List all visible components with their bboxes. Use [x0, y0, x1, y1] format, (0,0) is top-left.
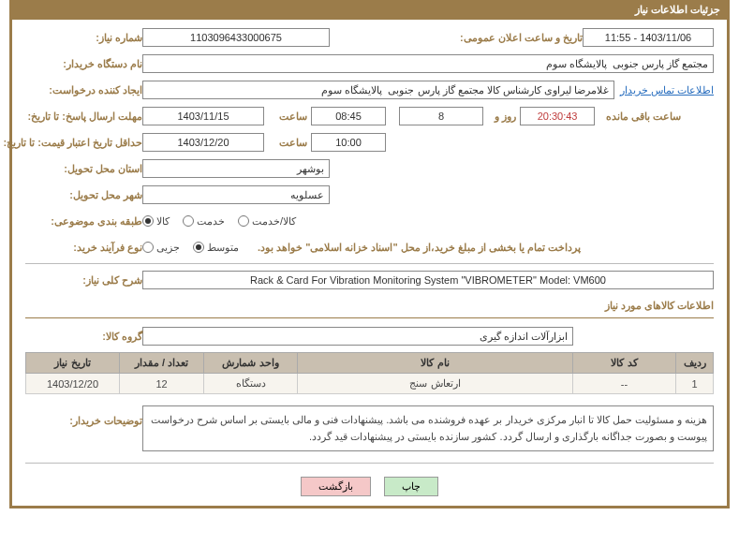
- label-announce-dt: تاریخ و ساعت اعلان عمومی:: [452, 32, 583, 44]
- radio-icon: [142, 215, 154, 227]
- label-delivery-city: شهر محل تحویل:: [25, 189, 142, 201]
- delivery-city-field[interactable]: [142, 185, 330, 204]
- row-requester: ایجاد کننده درخواست: اطلاعات تماس خریدار: [25, 80, 714, 100]
- need-number-field[interactable]: [142, 28, 330, 47]
- announce-datetime-field[interactable]: [583, 28, 714, 47]
- cell-row: 1: [676, 374, 714, 394]
- row-buy-process: نوع فرآیند خرید: جزیی متوسط پرداخت تمام …: [25, 237, 714, 258]
- items-section-title: اطلاعات کالاهای مورد نیاز: [25, 296, 714, 316]
- main-container: شماره نیاز: تاریخ و ساعت اعلان عمومی: نا…: [9, 20, 730, 508]
- cell-unit: دستگاه: [204, 374, 298, 394]
- radio-kala[interactable]: کالا: [142, 215, 170, 228]
- row-delivery-city: شهر محل تحویل:: [25, 184, 714, 205]
- table-header-row: ردیف کد کالا نام کالا واحد شمارش تعداد /…: [26, 353, 714, 374]
- label-time-2: ساعت: [272, 137, 307, 149]
- payment-note: پرداخت تمام یا بخشی از مبلغ خرید،از محل …: [258, 242, 581, 254]
- print-button[interactable]: چاپ: [384, 477, 438, 496]
- label-need-title: شرح کلی نیاز:: [25, 274, 142, 287]
- cell-code: --: [573, 374, 676, 394]
- back-button[interactable]: بازگشت: [301, 477, 371, 496]
- th-unit: واحد شمارش: [204, 353, 298, 374]
- label-days-and: روز و: [487, 111, 516, 123]
- radio-khedmat[interactable]: خدمت: [183, 215, 225, 228]
- subject-radio-group: کالا خدمت کالا/خدمت: [142, 215, 296, 228]
- th-name: نام کالا: [298, 353, 573, 374]
- remaining-time-field[interactable]: [520, 107, 595, 125]
- buyer-notes-box: هزینه و مسئولیت حمل کالا تا انبار مرکزی …: [142, 405, 714, 451]
- delivery-prov-field[interactable]: [142, 159, 330, 178]
- row-need-no: شماره نیاز: تاریخ و ساعت اعلان عمومی:: [25, 27, 714, 48]
- row-delivery-prov: استان محل تحویل:: [25, 158, 714, 179]
- deadline-time-field[interactable]: [311, 107, 386, 125]
- row-item-group: گروه کالا:: [25, 326, 714, 346]
- radio-icon: [142, 242, 154, 253]
- label-time-1: ساعت: [272, 111, 307, 123]
- deadline-date-field[interactable]: [142, 107, 264, 125]
- remaining-days-field[interactable]: [399, 107, 483, 125]
- label-item-group: گروه کالا:: [25, 331, 142, 343]
- buyer-contact-link[interactable]: اطلاعات تماس خریدار: [620, 84, 714, 96]
- validity-time-field[interactable]: [311, 133, 386, 152]
- separator-bottom: [25, 463, 714, 464]
- cell-qty: 12: [120, 374, 204, 394]
- row-buyer-notes: توضیحات خریدار: هزینه و مسئولیت حمل کالا…: [25, 400, 714, 457]
- th-need-date: تاریخ نیاز: [26, 353, 120, 374]
- th-row: ردیف: [676, 353, 714, 374]
- separator: [25, 263, 714, 264]
- label-buy-process: نوع فرآیند خرید:: [25, 242, 142, 254]
- need-title-field[interactable]: [142, 271, 714, 289]
- radio-icon: [193, 242, 204, 253]
- cell-need-date: 1403/12/20: [26, 374, 120, 394]
- label-requester: ایجاد کننده درخواست:: [25, 84, 142, 96]
- table-row: 1 -- ارتعاش سنج دستگاه 12 1403/12/20: [26, 374, 714, 394]
- section-underline: [25, 317, 714, 318]
- header-bar: جزئیات اطلاعات نیاز: [9, 0, 730, 20]
- row-need-title: شرح کلی نیاز:: [25, 270, 714, 290]
- label-remaining: ساعت باقی مانده: [599, 111, 681, 123]
- th-qty: تعداد / مقدار: [120, 353, 204, 374]
- radio-jozei[interactable]: جزیی: [142, 242, 180, 254]
- label-subject-class: طبقه بندی موضوعی:: [25, 215, 142, 228]
- label-need-no: شماره نیاز:: [25, 32, 142, 44]
- radio-motavaset[interactable]: متوسط: [193, 242, 239, 254]
- row-deadline: مهلت ارسال پاسخ: تا تاریخ: ساعت روز و سا…: [25, 106, 714, 126]
- label-delivery-prov: استان محل تحویل:: [25, 163, 142, 175]
- buyer-org-field[interactable]: [142, 54, 714, 73]
- label-buyer-notes: توضیحات خریدار:: [25, 400, 142, 427]
- row-subject-class: طبقه بندی موضوعی: کالا خدمت کالا/خدمت: [25, 211, 714, 231]
- radio-icon: [238, 215, 249, 227]
- row-buyer-org: نام دستگاه خریدار:: [25, 53, 714, 74]
- cell-name: ارتعاش سنج: [298, 374, 573, 394]
- th-code: کد کالا: [573, 353, 676, 374]
- radio-kala-khedmat[interactable]: کالا/خدمت: [238, 215, 296, 228]
- radio-icon: [183, 215, 194, 227]
- validity-date-field[interactable]: [142, 133, 264, 152]
- requester-field[interactable]: [142, 81, 614, 99]
- label-buyer-org: نام دستگاه خریدار:: [25, 58, 142, 70]
- page-title: جزئیات اطلاعات نیاز: [635, 4, 720, 15]
- label-validity: حداقل تاریخ اعتبار قیمت: تا تاریخ:: [25, 136, 142, 149]
- row-validity: حداقل تاریخ اعتبار قیمت: تا تاریخ: ساعت: [25, 132, 714, 153]
- label-deadline: مهلت ارسال پاسخ: تا تاریخ:: [25, 110, 142, 123]
- item-group-field[interactable]: [142, 327, 573, 346]
- button-row: چاپ بازگشت: [25, 469, 714, 498]
- items-table: ردیف کد کالا نام کالا واحد شمارش تعداد /…: [25, 352, 714, 394]
- process-radio-group: جزیی متوسط: [142, 242, 239, 254]
